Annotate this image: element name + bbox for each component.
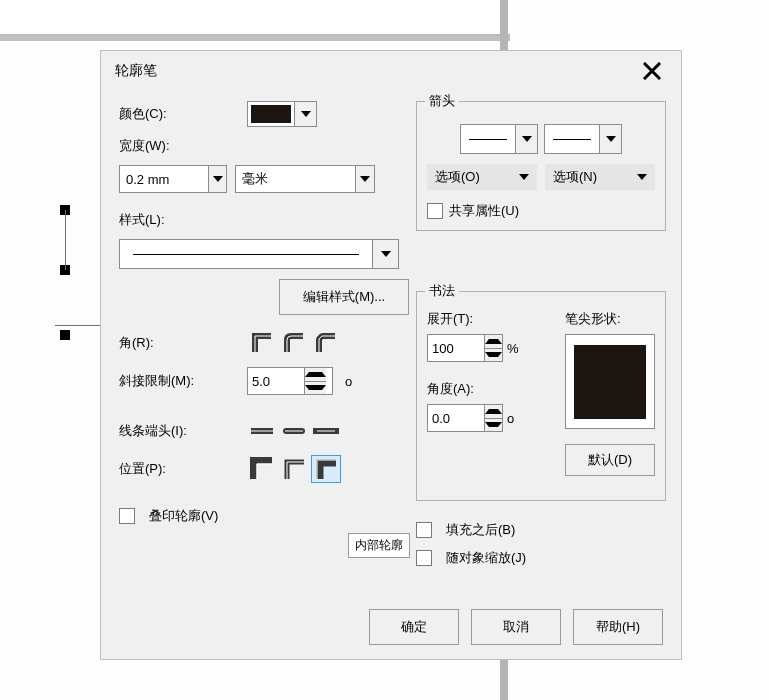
nib-square-icon xyxy=(574,345,646,419)
angle-input[interactable] xyxy=(428,405,484,431)
position-inside-icon xyxy=(314,457,338,481)
overprint-label: 叠印轮廓(V) xyxy=(149,507,218,525)
chevron-up-icon xyxy=(485,409,502,414)
stretch-input[interactable] xyxy=(428,335,484,361)
cap-butt-icon xyxy=(249,424,275,438)
canvas-page-edge xyxy=(0,0,510,35)
width-combo[interactable] xyxy=(119,165,227,193)
width-label: 宽度(W): xyxy=(119,137,239,155)
color-picker[interactable] xyxy=(247,101,317,127)
line-caps-label: 线条端头(I): xyxy=(119,422,239,440)
calligraphy-group: 书法 展开(T): % 角度(A): xyxy=(416,291,666,501)
chevron-down-icon xyxy=(381,251,391,257)
arrow-end-combo[interactable] xyxy=(544,124,622,154)
corner-miter-button[interactable] xyxy=(247,329,277,357)
unit-combo[interactable] xyxy=(235,165,375,193)
arrow-start-dropdown-button[interactable] xyxy=(515,125,537,153)
scale-with-checkbox[interactable] xyxy=(416,550,432,566)
chevron-down-icon xyxy=(522,136,532,142)
miter-limit-label: 斜接限制(M): xyxy=(119,372,239,390)
corner-label: 角(R): xyxy=(119,334,239,352)
arrow-options-left[interactable]: 选项(O) xyxy=(427,164,537,190)
cap-round-button[interactable] xyxy=(279,417,309,445)
position-outside-icon xyxy=(250,457,274,481)
position-label: 位置(P): xyxy=(119,460,239,478)
position-tooltip: 内部轮廓 xyxy=(348,533,410,558)
help-button[interactable]: 帮助(H) xyxy=(573,609,663,645)
width-dropdown-button[interactable] xyxy=(208,166,226,192)
dialog-title: 轮廓笔 xyxy=(115,62,157,80)
position-outside-button[interactable] xyxy=(247,455,277,483)
position-center-button[interactable] xyxy=(279,455,309,483)
chevron-down-icon xyxy=(305,385,326,390)
corner-round-button[interactable] xyxy=(279,329,309,357)
fill-after-checkbox[interactable] xyxy=(416,522,432,538)
close-icon xyxy=(643,62,661,80)
spinner-up-button[interactable] xyxy=(485,405,502,418)
arrow-start-combo[interactable] xyxy=(460,124,538,154)
chevron-down-icon xyxy=(485,422,502,427)
percent-symbol: % xyxy=(507,341,519,356)
corner-bevel-button[interactable] xyxy=(311,329,341,357)
arrow-end-dropdown-button[interactable] xyxy=(599,125,621,153)
fill-after-label: 填充之后(B) xyxy=(446,521,515,539)
unit-input[interactable] xyxy=(236,166,355,192)
color-dropdown-button[interactable] xyxy=(294,102,316,126)
share-attributes-label: 共享属性(U) xyxy=(449,202,519,220)
arrow-options-right[interactable]: 选项(N) xyxy=(545,164,655,190)
degree-symbol: o xyxy=(507,411,514,426)
canvas-page-shadow xyxy=(0,35,510,41)
cap-butt-button[interactable] xyxy=(247,417,277,445)
position-inside-button[interactable] xyxy=(311,455,341,483)
arrowhead-legend: 箭头 xyxy=(425,92,459,110)
chevron-up-icon xyxy=(305,372,326,377)
outline-pen-dialog: 轮廓笔 颜色(C): 宽度(W): xyxy=(100,50,682,660)
chevron-up-icon xyxy=(485,339,502,344)
edit-style-button[interactable]: 编辑样式(M)... xyxy=(279,279,409,315)
chevron-down-icon xyxy=(637,174,647,180)
chevron-down-icon xyxy=(360,176,370,182)
style-label: 样式(L): xyxy=(119,211,239,229)
angle-spinner[interactable] xyxy=(427,404,503,432)
selection-edge xyxy=(55,325,105,326)
spinner-down-button[interactable] xyxy=(485,348,502,362)
position-center-icon xyxy=(282,457,306,481)
chevron-down-icon xyxy=(301,111,311,117)
chevron-down-icon xyxy=(519,174,529,180)
spinner-up-button[interactable] xyxy=(305,368,326,381)
spinner-up-button[interactable] xyxy=(485,335,502,348)
default-button[interactable]: 默认(D) xyxy=(565,444,655,476)
chevron-down-icon xyxy=(606,136,616,142)
calligraphy-legend: 书法 xyxy=(425,282,459,300)
arrow-options-right-label: 选项(N) xyxy=(553,168,597,186)
miter-limit-spinner[interactable] xyxy=(247,367,333,395)
ok-button[interactable]: 确定 xyxy=(369,609,459,645)
color-swatch xyxy=(248,102,294,126)
share-attributes-checkbox[interactable] xyxy=(427,203,443,219)
style-dropdown-button[interactable] xyxy=(372,240,398,268)
stretch-spinner[interactable] xyxy=(427,334,503,362)
cap-square-button[interactable] xyxy=(311,417,341,445)
overprint-checkbox[interactable] xyxy=(119,508,135,524)
close-button[interactable] xyxy=(637,60,667,82)
style-combo[interactable] xyxy=(119,239,399,269)
degree-symbol: o xyxy=(345,374,352,389)
corner-round-icon xyxy=(283,332,305,354)
corner-bevel-icon xyxy=(315,332,337,354)
cap-round-icon xyxy=(281,424,307,438)
width-input[interactable] xyxy=(120,166,208,192)
unit-dropdown-button[interactable] xyxy=(355,166,374,192)
arrow-end-preview xyxy=(545,125,599,153)
selection-edge xyxy=(65,210,66,270)
angle-label: 角度(A): xyxy=(427,380,555,398)
nib-shape-label: 笔尖形状: xyxy=(565,310,655,328)
cancel-button[interactable]: 取消 xyxy=(471,609,561,645)
selection-handle[interactable] xyxy=(60,330,70,340)
spinner-down-button[interactable] xyxy=(305,381,326,395)
stretch-label: 展开(T): xyxy=(427,310,555,328)
miter-limit-input[interactable] xyxy=(248,368,304,394)
color-label: 颜色(C): xyxy=(119,105,239,123)
arrow-options-left-label: 选项(O) xyxy=(435,168,480,186)
spinner-down-button[interactable] xyxy=(485,418,502,432)
arrow-start-preview xyxy=(461,125,515,153)
